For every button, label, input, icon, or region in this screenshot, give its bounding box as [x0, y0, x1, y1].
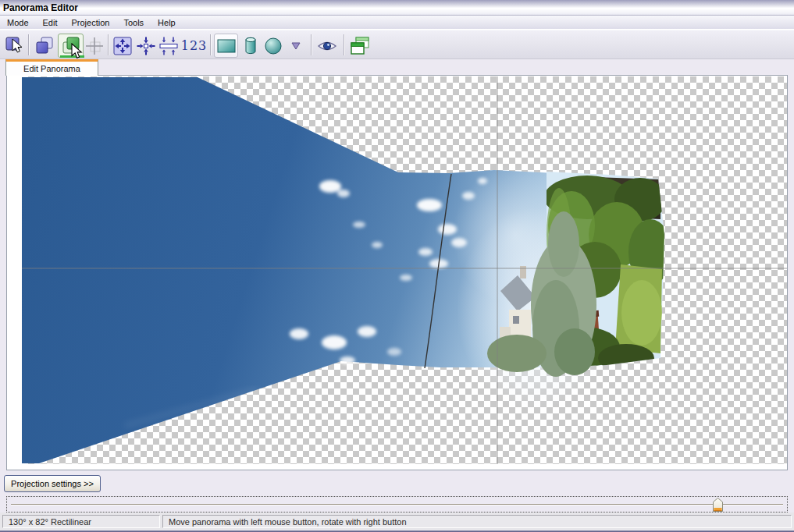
- identify-button[interactable]: [84, 34, 105, 58]
- slider-track[interactable]: [11, 504, 783, 505]
- show-numbers-button[interactable]: 123: [180, 34, 208, 58]
- yaw-slider-region[interactable]: [6, 496, 788, 512]
- straighten-button[interactable]: [157, 34, 180, 58]
- projection-cylindrical-button[interactable]: [240, 34, 262, 58]
- straighten-bar-icon: [158, 36, 179, 56]
- sphere-projection-icon: [263, 36, 283, 56]
- projection-settings-label: Projection settings >>: [11, 479, 94, 488]
- menu-edit[interactable]: Edit: [36, 16, 65, 29]
- mouse-cursor: [71, 43, 83, 60]
- projection-spherical-button[interactable]: [262, 34, 284, 58]
- toolbar: 123: [0, 30, 794, 59]
- tab-row: Edit Panorama: [0, 59, 794, 75]
- tab-edit-panorama[interactable]: Edit Panorama: [5, 59, 98, 76]
- toolbar-separator: [108, 34, 109, 55]
- menu-tools[interactable]: Tools: [116, 16, 151, 29]
- cylinder-projection-icon: [240, 36, 261, 56]
- projection-more-button[interactable]: [286, 34, 306, 58]
- overlap-squares-blue-icon: [34, 36, 55, 56]
- panorama-preview-image[interactable]: [22, 76, 787, 464]
- dropdown-triangle-icon: [290, 41, 301, 51]
- move-images-button[interactable]: [33, 34, 56, 58]
- title-bar[interactable]: Panorama Editor: [0, 0, 794, 16]
- status-projection-info: 130° x 82° Rectilinear: [2, 515, 160, 528]
- tab-label: Edit Panorama: [23, 64, 80, 73]
- fit-view-button[interactable]: [112, 34, 134, 58]
- toolbar-separator: [311, 34, 312, 55]
- projection-settings-button[interactable]: Projection settings >>: [4, 475, 101, 492]
- status-hint: Move panorama with left mouse button, ro…: [162, 515, 792, 528]
- window-title: Panorama Editor: [3, 2, 78, 13]
- show-preview-button[interactable]: [315, 34, 340, 58]
- rectangle-projection-icon: [216, 37, 237, 55]
- menu-projection[interactable]: Projection: [65, 16, 117, 29]
- numbers-123-icon: 123: [181, 38, 208, 53]
- center-panorama-button[interactable]: [134, 34, 157, 58]
- eye-icon: [317, 38, 337, 54]
- slider-thumb[interactable]: [713, 498, 723, 512]
- menu-mode[interactable]: Mode: [0, 16, 36, 29]
- preview-canvas[interactable]: [6, 75, 788, 470]
- drag-mode-button[interactable]: [3, 34, 27, 58]
- show-layout-button[interactable]: [348, 34, 372, 58]
- menu-bar: Mode Edit Projection Tools Help: [0, 16, 794, 30]
- expand-arrows-icon: [112, 36, 133, 56]
- projection-rectilinear-button[interactable]: [214, 34, 238, 58]
- crosshair-icon: [84, 36, 105, 56]
- transparency-checker: [22, 76, 787, 464]
- toolbar-separator: [210, 34, 212, 55]
- toolbar-separator: [28, 34, 30, 55]
- layout-windows-icon: [350, 36, 370, 56]
- menu-help[interactable]: Help: [151, 16, 183, 29]
- toolbar-separator: [344, 34, 345, 55]
- collapse-arrows-icon: [136, 36, 156, 56]
- panorama-editor-window: Panorama Editor Mode Edit Projection Too…: [0, 0, 794, 532]
- status-bar: 130° x 82° Rectilinear Move panorama wit…: [0, 512, 794, 530]
- cursor-drag-icon: [5, 36, 25, 56]
